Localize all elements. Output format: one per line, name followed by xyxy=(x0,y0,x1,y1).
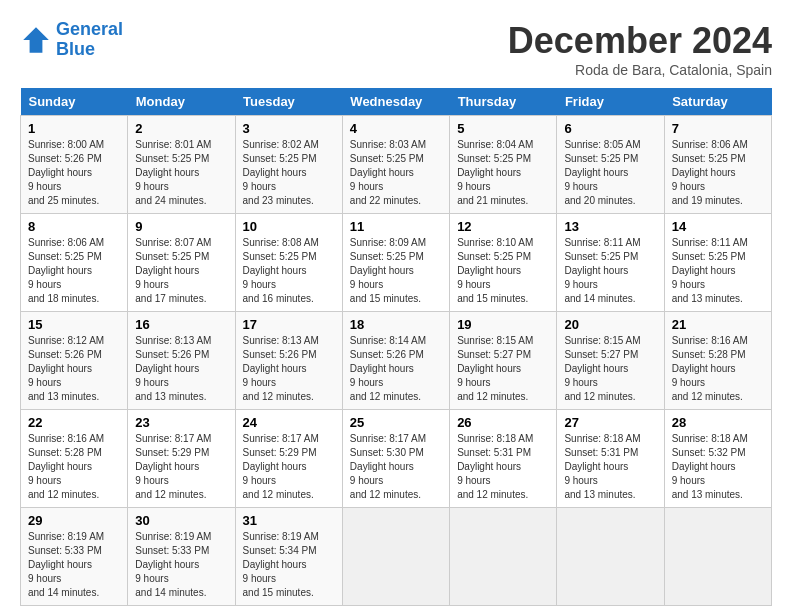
calendar-cell: 21Sunrise: 8:16 AMSunset: 5:28 PMDayligh… xyxy=(664,312,771,410)
day-number: 5 xyxy=(457,121,549,136)
day-number: 18 xyxy=(350,317,442,332)
day-info: Sunrise: 8:14 AMSunset: 5:26 PMDaylight … xyxy=(350,334,442,404)
day-info: Sunrise: 8:18 AMSunset: 5:31 PMDaylight … xyxy=(457,432,549,502)
day-number: 17 xyxy=(243,317,335,332)
day-info: Sunrise: 8:11 AMSunset: 5:25 PMDaylight … xyxy=(672,236,764,306)
day-number: 4 xyxy=(350,121,442,136)
logo-text: General Blue xyxy=(56,20,123,60)
day-info: Sunrise: 8:17 AMSunset: 5:30 PMDaylight … xyxy=(350,432,442,502)
day-number: 29 xyxy=(28,513,120,528)
day-info: Sunrise: 8:03 AMSunset: 5:25 PMDaylight … xyxy=(350,138,442,208)
day-number: 7 xyxy=(672,121,764,136)
day-number: 2 xyxy=(135,121,227,136)
calendar-row: 22Sunrise: 8:16 AMSunset: 5:28 PMDayligh… xyxy=(21,410,772,508)
calendar-cell: 12Sunrise: 8:10 AMSunset: 5:25 PMDayligh… xyxy=(450,214,557,312)
day-info: Sunrise: 8:12 AMSunset: 5:26 PMDaylight … xyxy=(28,334,120,404)
day-number: 24 xyxy=(243,415,335,430)
calendar-cell: 30Sunrise: 8:19 AMSunset: 5:33 PMDayligh… xyxy=(128,508,235,606)
day-info: Sunrise: 8:19 AMSunset: 5:34 PMDaylight … xyxy=(243,530,335,600)
calendar-row: 1Sunrise: 8:00 AMSunset: 5:26 PMDaylight… xyxy=(21,116,772,214)
calendar-cell: 27Sunrise: 8:18 AMSunset: 5:31 PMDayligh… xyxy=(557,410,664,508)
calendar-cell: 4Sunrise: 8:03 AMSunset: 5:25 PMDaylight… xyxy=(342,116,449,214)
calendar-cell: 9Sunrise: 8:07 AMSunset: 5:25 PMDaylight… xyxy=(128,214,235,312)
calendar-cell: 22Sunrise: 8:16 AMSunset: 5:28 PMDayligh… xyxy=(21,410,128,508)
day-number: 9 xyxy=(135,219,227,234)
day-info: Sunrise: 8:05 AMSunset: 5:25 PMDaylight … xyxy=(564,138,656,208)
day-number: 13 xyxy=(564,219,656,234)
location: Roda de Bara, Catalonia, Spain xyxy=(508,62,772,78)
calendar-cell xyxy=(450,508,557,606)
calendar-cell: 18Sunrise: 8:14 AMSunset: 5:26 PMDayligh… xyxy=(342,312,449,410)
calendar-cell: 17Sunrise: 8:13 AMSunset: 5:26 PMDayligh… xyxy=(235,312,342,410)
day-number: 11 xyxy=(350,219,442,234)
header-thursday: Thursday xyxy=(450,88,557,116)
header-tuesday: Tuesday xyxy=(235,88,342,116)
day-number: 25 xyxy=(350,415,442,430)
calendar-cell: 6Sunrise: 8:05 AMSunset: 5:25 PMDaylight… xyxy=(557,116,664,214)
day-info: Sunrise: 8:00 AMSunset: 5:26 PMDaylight … xyxy=(28,138,120,208)
day-info: Sunrise: 8:17 AMSunset: 5:29 PMDaylight … xyxy=(243,432,335,502)
calendar-cell: 15Sunrise: 8:12 AMSunset: 5:26 PMDayligh… xyxy=(21,312,128,410)
header-friday: Friday xyxy=(557,88,664,116)
calendar-cell: 25Sunrise: 8:17 AMSunset: 5:30 PMDayligh… xyxy=(342,410,449,508)
day-number: 16 xyxy=(135,317,227,332)
day-info: Sunrise: 8:10 AMSunset: 5:25 PMDaylight … xyxy=(457,236,549,306)
day-info: Sunrise: 8:19 AMSunset: 5:33 PMDaylight … xyxy=(28,530,120,600)
calendar-cell: 24Sunrise: 8:17 AMSunset: 5:29 PMDayligh… xyxy=(235,410,342,508)
day-info: Sunrise: 8:15 AMSunset: 5:27 PMDaylight … xyxy=(457,334,549,404)
day-info: Sunrise: 8:19 AMSunset: 5:33 PMDaylight … xyxy=(135,530,227,600)
day-info: Sunrise: 8:01 AMSunset: 5:25 PMDaylight … xyxy=(135,138,227,208)
calendar-cell: 31Sunrise: 8:19 AMSunset: 5:34 PMDayligh… xyxy=(235,508,342,606)
day-info: Sunrise: 8:09 AMSunset: 5:25 PMDaylight … xyxy=(350,236,442,306)
day-number: 6 xyxy=(564,121,656,136)
calendar-cell: 8Sunrise: 8:06 AMSunset: 5:25 PMDaylight… xyxy=(21,214,128,312)
header-wednesday: Wednesday xyxy=(342,88,449,116)
calendar-cell xyxy=(342,508,449,606)
day-number: 22 xyxy=(28,415,120,430)
calendar-cell: 29Sunrise: 8:19 AMSunset: 5:33 PMDayligh… xyxy=(21,508,128,606)
day-info: Sunrise: 8:06 AMSunset: 5:25 PMDaylight … xyxy=(28,236,120,306)
day-info: Sunrise: 8:13 AMSunset: 5:26 PMDaylight … xyxy=(135,334,227,404)
day-info: Sunrise: 8:17 AMSunset: 5:29 PMDaylight … xyxy=(135,432,227,502)
calendar-cell: 14Sunrise: 8:11 AMSunset: 5:25 PMDayligh… xyxy=(664,214,771,312)
day-number: 30 xyxy=(135,513,227,528)
day-number: 3 xyxy=(243,121,335,136)
calendar-cell: 11Sunrise: 8:09 AMSunset: 5:25 PMDayligh… xyxy=(342,214,449,312)
calendar-row: 15Sunrise: 8:12 AMSunset: 5:26 PMDayligh… xyxy=(21,312,772,410)
day-info: Sunrise: 8:16 AMSunset: 5:28 PMDaylight … xyxy=(672,334,764,404)
day-number: 31 xyxy=(243,513,335,528)
calendar-cell: 26Sunrise: 8:18 AMSunset: 5:31 PMDayligh… xyxy=(450,410,557,508)
day-number: 1 xyxy=(28,121,120,136)
day-info: Sunrise: 8:18 AMSunset: 5:32 PMDaylight … xyxy=(672,432,764,502)
day-number: 20 xyxy=(564,317,656,332)
day-number: 19 xyxy=(457,317,549,332)
day-info: Sunrise: 8:18 AMSunset: 5:31 PMDaylight … xyxy=(564,432,656,502)
day-info: Sunrise: 8:06 AMSunset: 5:25 PMDaylight … xyxy=(672,138,764,208)
calendar-cell: 7Sunrise: 8:06 AMSunset: 5:25 PMDaylight… xyxy=(664,116,771,214)
calendar-cell: 28Sunrise: 8:18 AMSunset: 5:32 PMDayligh… xyxy=(664,410,771,508)
calendar-cell: 16Sunrise: 8:13 AMSunset: 5:26 PMDayligh… xyxy=(128,312,235,410)
header-sunday: Sunday xyxy=(21,88,128,116)
day-info: Sunrise: 8:08 AMSunset: 5:25 PMDaylight … xyxy=(243,236,335,306)
calendar-cell: 13Sunrise: 8:11 AMSunset: 5:25 PMDayligh… xyxy=(557,214,664,312)
title-block: December 2024 Roda de Bara, Catalonia, S… xyxy=(508,20,772,78)
calendar-header-row: SundayMondayTuesdayWednesdayThursdayFrid… xyxy=(21,88,772,116)
calendar-row: 8Sunrise: 8:06 AMSunset: 5:25 PMDaylight… xyxy=(21,214,772,312)
calendar-row: 29Sunrise: 8:19 AMSunset: 5:33 PMDayligh… xyxy=(21,508,772,606)
calendar-cell: 1Sunrise: 8:00 AMSunset: 5:26 PMDaylight… xyxy=(21,116,128,214)
day-number: 12 xyxy=(457,219,549,234)
day-number: 15 xyxy=(28,317,120,332)
calendar-cell: 5Sunrise: 8:04 AMSunset: 5:25 PMDaylight… xyxy=(450,116,557,214)
calendar-cell: 19Sunrise: 8:15 AMSunset: 5:27 PMDayligh… xyxy=(450,312,557,410)
svg-marker-0 xyxy=(23,27,49,53)
day-number: 21 xyxy=(672,317,764,332)
calendar-cell: 2Sunrise: 8:01 AMSunset: 5:25 PMDaylight… xyxy=(128,116,235,214)
day-number: 14 xyxy=(672,219,764,234)
calendar-body: 1Sunrise: 8:00 AMSunset: 5:26 PMDaylight… xyxy=(21,116,772,606)
logo-line2: Blue xyxy=(56,39,95,59)
header-saturday: Saturday xyxy=(664,88,771,116)
day-number: 28 xyxy=(672,415,764,430)
day-number: 27 xyxy=(564,415,656,430)
day-number: 26 xyxy=(457,415,549,430)
day-info: Sunrise: 8:16 AMSunset: 5:28 PMDaylight … xyxy=(28,432,120,502)
